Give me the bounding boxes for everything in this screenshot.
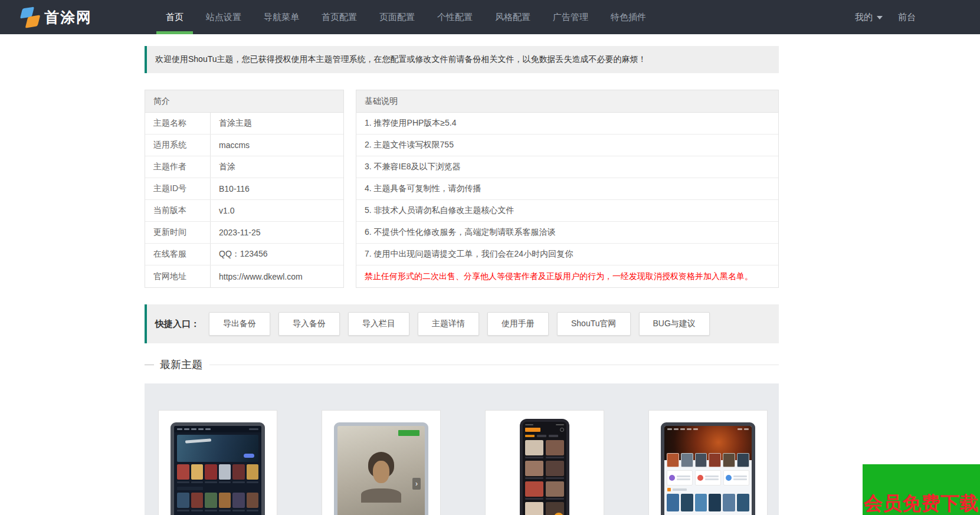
intro-table-title: 简介: [145, 90, 343, 113]
row-label: 适用系统: [145, 135, 211, 156]
nav-item-personal-config[interactable]: 个性配置: [426, 0, 484, 34]
piracy-warning-text: 禁止任何形式的二次出售、分享他人等侵害作者及正版用户的行为，一经发现取消授权资格…: [356, 265, 778, 287]
note-item: 1. 推荐使用PHP版本≥5.4: [356, 113, 778, 135]
logo[interactable]: 首涂网: [21, 0, 92, 34]
note-item: 7. 使用中出现问题请提交工单，我们会在24小时内回复你: [356, 244, 778, 265]
note-item: 4. 主题具备可复制性，请勿传播: [356, 178, 778, 200]
theme-preview-image-light-desktop: [661, 422, 755, 515]
table-row: 在线客服 QQ：123456: [145, 244, 343, 265]
logo-icon: [21, 7, 39, 27]
note-item: 3. 不兼容IE8及以下浏览器: [356, 156, 778, 178]
nav-item-featured-plugins[interactable]: 特色插件: [599, 0, 657, 34]
main-content: 欢迎使用ShouTu主题，您已获得授权使用本主题管理系统，在您配置或修改文件前请…: [145, 46, 779, 515]
table-row: 主题ID号 B10-116: [145, 178, 343, 200]
latest-themes-title-text: 最新主题: [160, 357, 202, 372]
top-navbar: 首涂网 首页 站点设置 导航菜单 首页配置 页面配置 个性配置 风格配置 广告管…: [0, 0, 980, 34]
notes-table-title: 基础说明: [356, 90, 778, 113]
main-nav: 首页 站点设置 导航菜单 首页配置 页面配置 个性配置 风格配置 广告管理 特色…: [155, 0, 657, 34]
row-label: 官网地址: [145, 265, 211, 287]
nav-item-site-settings[interactable]: 站点设置: [195, 0, 253, 34]
table-row: 当前版本 v1.0: [145, 200, 343, 222]
row-value: 2023-11-25: [211, 222, 343, 243]
nav-item-frontend[interactable]: 前台: [890, 0, 923, 34]
note-item: 6. 不提供个性化修改服务，高端定制请联系客服洽谈: [356, 222, 778, 244]
theme-preview-image-dark-desktop: [171, 422, 265, 515]
navbar-right: 我的 前台: [847, 0, 923, 34]
theme-details-button[interactable]: 主题详情: [418, 312, 479, 336]
row-label: 主题ID号: [145, 178, 211, 199]
note-item: 2. 主题文件读写权限755: [356, 135, 778, 156]
row-label: 更新时间: [145, 222, 211, 243]
nav-item-ad-management[interactable]: 广告管理: [542, 0, 599, 34]
table-row: 更新时间 2023-11-25: [145, 222, 343, 244]
theme-card-1[interactable]: [158, 410, 277, 515]
table-row: 主题名称 首涂主题: [145, 113, 343, 135]
user-manual-button[interactable]: 使用手册: [487, 312, 549, 336]
row-value: v1.0: [211, 200, 343, 221]
row-label: 主题作者: [145, 156, 211, 178]
shoutu-website-button[interactable]: ShouTu官网: [557, 312, 631, 336]
intro-table: 简介 主题名称 首涂主题 适用系统 maccms 主题作者 首涂 主题ID号 B…: [145, 90, 344, 288]
theme-card-4[interactable]: [648, 410, 768, 515]
latest-themes-title: 最新主题: [145, 357, 779, 372]
row-label: 在线客服: [145, 244, 211, 265]
nav-item-page-config[interactable]: 页面配置: [368, 0, 426, 34]
welcome-text: 欢迎使用ShouTu主题，您已获得授权使用本主题管理系统，在您配置或修改文件前请…: [155, 54, 647, 65]
table-row: 适用系统 maccms: [145, 135, 343, 156]
quick-entry-label: 快捷入口：: [155, 319, 199, 330]
note-item: 5. 非技术人员请勿私自修改主题核心文件: [356, 200, 778, 222]
nav-item-home[interactable]: 首页: [155, 0, 195, 34]
row-value: QQ：123456: [211, 244, 343, 265]
quick-entry-panel: 快捷入口： 导出备份 导入备份 导入栏目 主题详情 使用手册 ShouTu官网 …: [145, 304, 779, 343]
member-free-download-badge[interactable]: 会员免费下载: [863, 464, 980, 515]
next-episode-icon: ›: [412, 478, 421, 490]
nav-item-my-dropdown[interactable]: 我的: [847, 0, 890, 34]
table-row: 官网地址 https://www.dkewl.com: [145, 265, 343, 287]
table-row: 主题作者 首涂: [145, 156, 343, 178]
player-green-tag: [398, 430, 419, 436]
row-value: B10-116: [211, 178, 343, 199]
row-label: 当前版本: [145, 200, 211, 221]
row-value: 首涂主题: [211, 113, 343, 134]
nav-item-nav-menu[interactable]: 导航菜单: [253, 0, 310, 34]
logo-text: 首涂网: [44, 8, 92, 27]
theme-card-2[interactable]: ›: [322, 410, 441, 515]
theme-preview-image-video-player: ›: [334, 422, 428, 515]
chevron-down-icon: [877, 16, 883, 19]
my-label: 我的: [855, 12, 873, 22]
import-backup-button[interactable]: 导入备份: [278, 312, 340, 336]
theme-card-3[interactable]: [485, 410, 604, 515]
row-value: 首涂: [211, 156, 343, 178]
nav-item-home-config[interactable]: 首页配置: [310, 0, 368, 34]
theme-preview-image-mobile-app: [520, 419, 569, 515]
export-backup-button[interactable]: 导出备份: [209, 312, 270, 336]
nav-item-style-config[interactable]: 风格配置: [484, 0, 542, 34]
latest-themes-panel: ›: [145, 383, 779, 515]
row-label: 主题名称: [145, 113, 211, 134]
row-value: maccms: [211, 135, 343, 156]
bug-suggestion-button[interactable]: BUG与建议: [639, 312, 710, 336]
notes-table: 基础说明 1. 推荐使用PHP版本≥5.4 2. 主题文件读写权限755 3. …: [356, 90, 779, 288]
official-site-url: https://www.dkewl.com: [211, 265, 343, 287]
info-tables: 简介 主题名称 首涂主题 适用系统 maccms 主题作者 首涂 主题ID号 B…: [145, 90, 779, 288]
welcome-banner: 欢迎使用ShouTu主题，您已获得授权使用本主题管理系统，在您配置或修改文件前请…: [145, 46, 779, 73]
import-categories-button[interactable]: 导入栏目: [348, 312, 409, 336]
